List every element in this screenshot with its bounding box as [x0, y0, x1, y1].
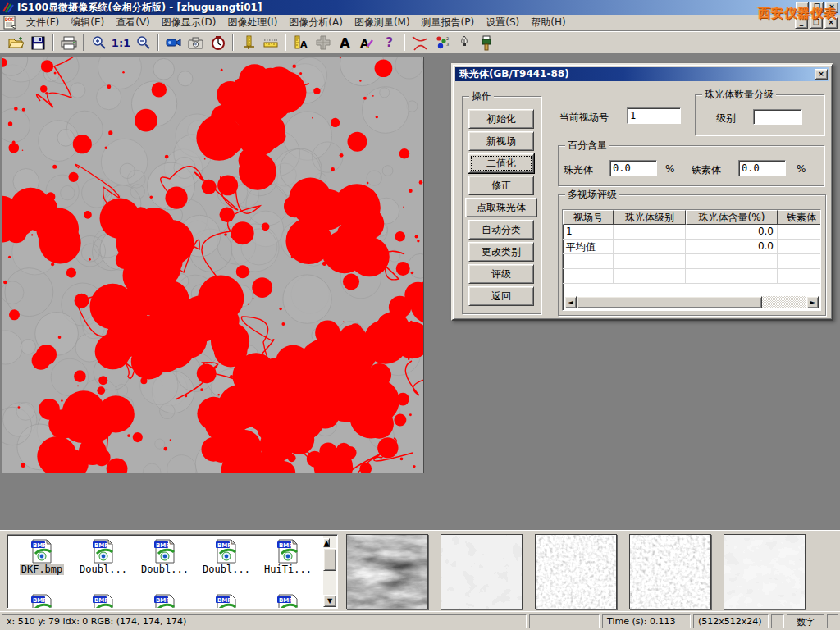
photo-capture-button[interactable]	[185, 33, 207, 52]
table-row[interactable]: 1 0.0	[563, 225, 820, 240]
file-item[interactable]: BMP Doubl...	[197, 539, 256, 575]
file-item-partial[interactable]: BMP	[74, 594, 133, 609]
pearlite-percent-input[interactable]	[609, 160, 657, 176]
measure-text-button[interactable]: A	[290, 33, 312, 52]
scroll-left-icon[interactable]: ◄	[564, 296, 577, 308]
menu-edit[interactable]: 编辑(E)	[65, 14, 110, 31]
multi-field-table[interactable]: 视场号 珠光体级别 珠光体含量(%) 铁素体 1 0.0 平均值 0.0	[562, 209, 821, 311]
timer-button[interactable]	[207, 33, 229, 52]
file-item-partial[interactable]: BMP	[258, 594, 317, 609]
correct-button[interactable]: 修正	[468, 176, 534, 195]
file-name[interactable]: HuiTi...	[262, 564, 313, 575]
col-ferrite[interactable]: 铁素体	[778, 210, 821, 225]
file-item[interactable]: BMP DKF.bmp	[12, 539, 71, 575]
cell-level	[614, 225, 686, 239]
menu-measure-report[interactable]: 测量报告(P)	[416, 14, 481, 31]
level-input[interactable]	[753, 109, 802, 125]
file-list-vscrollbar[interactable]: ▲ ▼	[323, 536, 336, 607]
app-restore-button[interactable]: ❐	[810, 2, 824, 13]
mdi-close-button[interactable]: ×	[824, 17, 838, 29]
menu-file[interactable]: 文件(F)	[21, 14, 65, 31]
zoom-out-button[interactable]	[132, 33, 154, 52]
annotate-button[interactable]: A	[356, 33, 378, 52]
preview-thumbnail-1[interactable]	[346, 534, 428, 609]
col-field-number[interactable]: 视场号	[563, 210, 614, 225]
operations-group-label: 操作	[469, 90, 494, 102]
text-edit-icon: A	[359, 36, 375, 50]
file-item[interactable]: BMP HuiTi...	[258, 539, 317, 575]
pen-button[interactable]	[453, 33, 475, 52]
classify-dots-button[interactable]: 2 3	[431, 33, 453, 52]
app-close-button[interactable]: ×	[825, 2, 838, 13]
print-button[interactable]	[57, 33, 80, 52]
preview-thumbnail-4[interactable]	[629, 534, 711, 609]
file-name[interactable]: Doubl...	[139, 564, 190, 575]
svg-text:BMP: BMP	[217, 542, 231, 549]
video-capture-button[interactable]	[162, 33, 185, 52]
text-button[interactable]: A	[334, 33, 356, 52]
percentage-group: 百分含量 珠光体 % 铁素体 %	[558, 145, 824, 186]
menu-settings[interactable]: 设置(S)	[480, 14, 525, 31]
menu-help[interactable]: 帮助(H)	[525, 14, 571, 31]
ruler-button[interactable]	[259, 33, 281, 52]
svg-text:BMP: BMP	[156, 542, 170, 549]
init-button[interactable]: 初始化	[468, 109, 534, 129]
col-pearlite-level[interactable]: 珠光体级别	[614, 210, 686, 225]
file-item-partial[interactable]: BMP	[12, 594, 71, 609]
col-pearlite-content[interactable]: 珠光体含量(%)	[686, 210, 778, 225]
scroll-right-icon[interactable]: ►	[806, 296, 819, 308]
caliper-button[interactable]	[237, 33, 259, 52]
preview-thumbnail-3[interactable]	[535, 534, 617, 609]
table-row[interactable]: 平均值 0.0	[563, 240, 820, 254]
grade-button[interactable]: 评级	[468, 264, 534, 284]
merge-grid-button[interactable]	[312, 33, 334, 52]
current-field-input[interactable]	[627, 107, 681, 124]
file-item-partial[interactable]: BMP	[135, 594, 194, 609]
auto-classify-button[interactable]: 自动分类	[468, 220, 534, 240]
hscroll-thumb[interactable]	[577, 296, 762, 308]
menu-image-measure[interactable]: 图像测量(M)	[349, 14, 416, 31]
toolbar-separator	[404, 34, 405, 51]
metallographic-image[interactable]	[2, 57, 424, 473]
file-name[interactable]: Doubl...	[201, 564, 252, 575]
menu-view[interactable]: 查看(V)	[110, 14, 156, 31]
dialog-close-button[interactable]: ×	[815, 69, 828, 80]
vscroll-thumb[interactable]	[323, 548, 336, 571]
app-minimize-button[interactable]: _	[796, 2, 809, 13]
mdi-minimize-button[interactable]: _	[795, 17, 808, 29]
table-hscrollbar[interactable]: ◄ ►	[564, 296, 819, 308]
file-item-partial[interactable]: BMP	[197, 594, 256, 609]
table-row-empty	[563, 254, 820, 269]
file-browser-panel: BMP DKF.bmp BMP Doubl... BMP D	[0, 530, 840, 611]
actual-size-button[interactable]: 1:1	[110, 33, 132, 52]
pick-pearlite-button[interactable]: 点取珠光体	[465, 198, 537, 217]
menu-image-display[interactable]: 图像显示(D)	[156, 14, 222, 31]
ferrite-percent-input[interactable]	[738, 160, 786, 176]
file-item[interactable]: BMP Doubl...	[74, 539, 133, 575]
zoom-in-button[interactable]	[88, 33, 110, 52]
save-button[interactable]	[27, 33, 49, 52]
mdi-restore-button[interactable]: ❐	[810, 17, 823, 29]
binarize-button[interactable]: 二值化	[468, 153, 534, 173]
scroll-down-icon[interactable]: ▼	[323, 595, 336, 607]
menu-image-process[interactable]: 图像处理(I)	[221, 14, 283, 31]
scroll-up-icon[interactable]: ▲	[323, 538, 330, 547]
dialog-title-bar[interactable]: 珠光体(GB/T9441-88) ×	[455, 67, 829, 81]
file-item[interactable]: BMP Doubl...	[135, 539, 194, 575]
ferrite-unit: %	[797, 163, 806, 175]
help-button[interactable]: ?	[378, 33, 400, 52]
new-field-button[interactable]: 新视场	[468, 131, 534, 151]
preview-thumbnail-2[interactable]	[441, 534, 523, 609]
erase-curve-button[interactable]	[409, 33, 431, 52]
open-button[interactable]	[5, 33, 27, 52]
return-button[interactable]: 返回	[468, 286, 534, 306]
menu-image-analysis[interactable]: 图像分析(A)	[283, 14, 349, 31]
change-class-button[interactable]: 更改类别	[468, 242, 534, 262]
brush-button[interactable]	[475, 33, 497, 52]
file-name[interactable]: Doubl...	[78, 564, 129, 575]
preview-thumbnail-5[interactable]	[724, 534, 806, 609]
grading-group: 珠光体数量分级 级别	[695, 94, 824, 135]
file-listbox[interactable]: BMP DKF.bmp BMP Doubl... BMP D	[7, 534, 338, 609]
file-name[interactable]: DKF.bmp	[20, 564, 65, 575]
printer-icon	[61, 36, 77, 50]
